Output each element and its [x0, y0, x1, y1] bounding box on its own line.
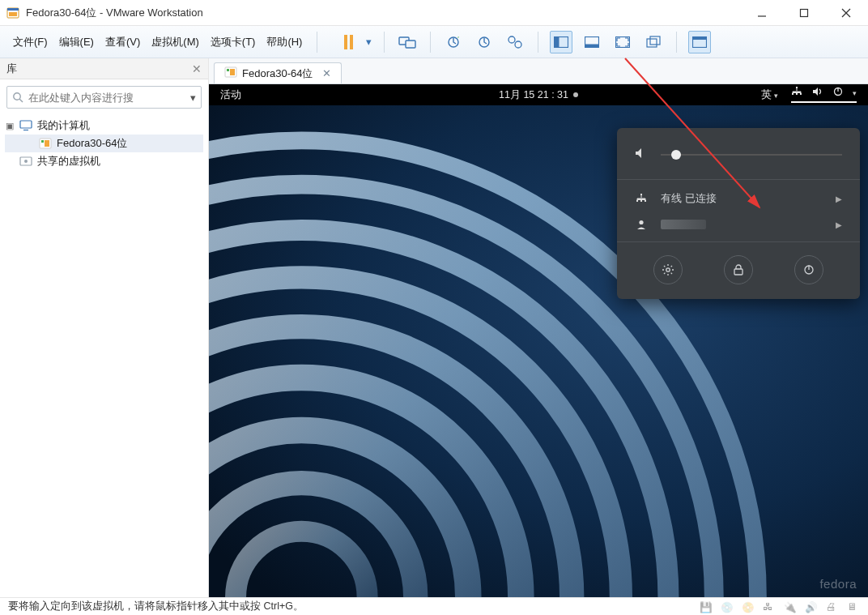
sound-icon[interactable]: 🔊 — [805, 601, 818, 613]
thumbnail-bar-button[interactable] — [581, 31, 603, 53]
svg-rect-4 — [801, 9, 808, 16]
volume-slider[interactable] — [661, 154, 842, 156]
revert-snapshot-button[interactable] — [473, 31, 496, 53]
svg-rect-16 — [585, 44, 599, 47]
svg-rect-32 — [227, 69, 229, 71]
input-method-indicator[interactable]: 英 ▾ — [761, 88, 778, 102]
svg-point-22 — [14, 93, 20, 100]
power-dropdown[interactable]: ▾ — [364, 36, 372, 48]
menu-help[interactable]: 帮助(H) — [266, 35, 302, 49]
library-close-button[interactable]: ✕ — [192, 62, 202, 75]
menu-edit[interactable]: 编辑(E) — [59, 35, 94, 49]
fedora-watermark: fedora — [819, 577, 857, 591]
tree-item-fedora30[interactable]: Fedora30-64位 — [5, 135, 203, 152]
activities-button[interactable]: 活动 — [220, 88, 241, 102]
network-row[interactable]: 有线 已连接 ▶ — [617, 185, 860, 212]
usb-icon[interactable]: 🔌 — [784, 601, 797, 613]
window-title: Fedora30-64位 - VMware Workstation — [26, 6, 750, 20]
menu-view[interactable]: 查看(V) — [105, 35, 140, 49]
svg-point-30 — [24, 160, 28, 163]
library-tree: ▣ 我的计算机 Fedora30-64位 共享的虚拟机 — [0, 115, 208, 172]
vm-desktop[interactable]: fedora 有线 已连接 ▶ — [209, 105, 868, 597]
settings-button[interactable] — [653, 255, 683, 284]
unity-button[interactable] — [642, 31, 665, 53]
chevron-down-icon: ▾ — [853, 89, 857, 97]
device-status-icons: 💾 💿 📀 🖧 🔌 🔊 🖨 🖥 — [700, 601, 860, 613]
send-ctrl-alt-del-button[interactable] — [396, 31, 419, 53]
display-device-icon[interactable]: 🖥 — [847, 601, 860, 613]
computer-icon — [19, 119, 32, 132]
menu-tabs[interactable]: 选项卡(T) — [211, 35, 256, 49]
svg-rect-35 — [792, 93, 794, 95]
window-close-button[interactable] — [834, 3, 858, 23]
vm-icon — [224, 66, 237, 80]
volume-slider-row — [617, 139, 860, 174]
printer-icon[interactable]: 🖨 — [826, 601, 839, 613]
search-icon — [7, 92, 28, 103]
menubar: 文件(F) 编辑(E) 查看(V) 虚拟机(M) 选项卡(T) 帮助(H) ▾ — [0, 26, 868, 58]
tree-label: Fedora30-64位 — [57, 136, 127, 151]
svg-rect-2 — [9, 12, 17, 16]
system-menu-button[interactable]: ▾ — [791, 87, 857, 103]
tree-label: 我的计算机 — [37, 118, 90, 133]
username-label — [661, 220, 706, 229]
vm-tab-fedora30[interactable]: Fedora30-64位 ✕ — [214, 62, 342, 83]
menu-file[interactable]: 文件(F) — [13, 35, 48, 49]
svg-rect-50 — [640, 194, 642, 195]
statusbar: 要将输入定向到该虚拟机，请将鼠标指针移入其中或按 Ctrl+G。 💾 💿 📀 🖧… — [0, 597, 868, 615]
stretch-guest-button[interactable] — [688, 31, 711, 53]
vm-icon — [39, 137, 52, 150]
vm-display[interactable]: 活动 11月 15 21 : 31 英 ▾ ▾ — [209, 84, 868, 597]
show-library-button[interactable] — [550, 31, 572, 53]
svg-rect-1 — [7, 8, 19, 11]
tree-shared-vms[interactable]: 共享的虚拟机 — [5, 152, 203, 170]
window-titlebar: Fedora30-64位 - VMware Workstation — [0, 0, 868, 26]
svg-rect-14 — [555, 36, 560, 47]
cd-icon[interactable]: 💿 — [721, 601, 734, 613]
svg-rect-8 — [406, 41, 415, 48]
fullscreen-button[interactable] — [611, 31, 634, 53]
user-icon — [635, 219, 648, 230]
svg-rect-19 — [650, 36, 660, 45]
window-maximize-button[interactable] — [792, 3, 816, 23]
toolbar: ▾ — [337, 31, 711, 53]
volume-icon — [635, 147, 648, 161]
manage-snapshots-button[interactable] — [504, 31, 526, 53]
network-label: 有线 已连接 — [661, 191, 717, 206]
volume-icon — [812, 87, 823, 99]
svg-rect-28 — [45, 140, 49, 147]
clock-text: 11月 15 21 : 31 — [499, 88, 568, 102]
user-row[interactable]: ▶ — [617, 212, 860, 237]
gnome-topbar: 活动 11月 15 21 : 31 英 ▾ ▾ — [209, 84, 868, 105]
tabstrip: Fedora30-64位 ✕ — [209, 58, 868, 84]
hdd-icon[interactable]: 💾 — [700, 601, 713, 613]
floppy-icon[interactable]: 📀 — [742, 601, 755, 613]
library-search-input[interactable] — [28, 92, 185, 104]
search-dropdown[interactable]: ▾ — [185, 92, 201, 104]
svg-rect-51 — [636, 200, 638, 202]
network-icon — [791, 87, 802, 99]
shared-icon — [19, 155, 32, 168]
svg-line-23 — [19, 99, 23, 102]
svg-rect-53 — [645, 200, 646, 202]
svg-rect-21 — [693, 36, 707, 40]
pause-button[interactable] — [337, 31, 360, 53]
menu-vm[interactable]: 虚拟机(M) — [151, 35, 199, 49]
chevron-right-icon: ▶ — [836, 220, 842, 229]
svg-rect-36 — [796, 93, 798, 95]
tab-close-button[interactable]: ✕ — [322, 67, 331, 79]
chevron-right-icon: ▶ — [836, 194, 842, 203]
clock[interactable]: 11月 15 21 : 31 — [499, 88, 578, 102]
nic-icon[interactable]: 🖧 — [763, 601, 776, 613]
power-off-button[interactable] — [794, 255, 823, 284]
lock-button[interactable] — [724, 255, 753, 284]
snapshot-button[interactable] — [442, 31, 465, 53]
tree-my-computer[interactable]: ▣ 我的计算机 — [5, 117, 203, 135]
notification-dot-icon — [573, 92, 578, 97]
library-search[interactable]: ▾ — [6, 86, 202, 109]
svg-point-12 — [515, 41, 521, 48]
svg-rect-37 — [800, 93, 802, 95]
svg-rect-33 — [230, 69, 235, 75]
window-minimize-button[interactable] — [750, 3, 774, 23]
svg-rect-52 — [640, 200, 642, 202]
